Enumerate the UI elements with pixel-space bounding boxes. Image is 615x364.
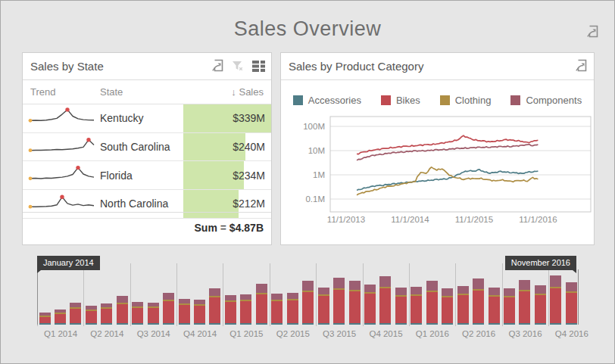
selector-axis-label: Q4 2016: [548, 329, 595, 338]
sales-by-state-panel: Sales by State Trend State ↓ Sales Kentu…: [22, 52, 272, 245]
selector-axis-label: Q1 2016: [409, 329, 456, 338]
selector-bar[interactable]: [163, 293, 174, 325]
svg-text:11/1/2014: 11/1/2014: [391, 215, 429, 224]
selector-axis-label: Q4 2014: [176, 329, 223, 338]
selector-bar[interactable]: [117, 296, 128, 325]
selector-bar[interactable]: [411, 287, 422, 325]
selector-bar[interactable]: [271, 294, 283, 325]
selector-bar[interactable]: [504, 288, 515, 325]
selector-bar-chart[interactable]: [37, 275, 579, 325]
selector-bar[interactable]: [550, 275, 561, 325]
dashboard-title-bar: Sales Overview: [1, 1, 614, 51]
spark-start-dot: [29, 148, 33, 152]
sales-value: $240M: [233, 141, 265, 153]
selector-bar[interactable]: [395, 288, 407, 325]
selector-axis-label: Q2 2015: [270, 329, 317, 338]
selector-axis-label: Q3 2016: [502, 329, 549, 338]
spark-peak-dot: [60, 195, 64, 199]
sales-by-category-panel: Sales by Product Category AccessoriesBik…: [280, 52, 595, 245]
spark-peak-dot: [65, 108, 69, 112]
svg-text:11/1/2013: 11/1/2013: [327, 215, 365, 224]
page-title: Sales Overview: [1, 17, 614, 41]
selector-bar[interactable]: [489, 288, 500, 325]
selector-bar[interactable]: [256, 284, 267, 325]
sales-cell: $240M: [183, 133, 271, 161]
sales-value: $234M: [233, 170, 265, 182]
selector-axis-label: Q3 2014: [130, 329, 177, 338]
selector-bar[interactable]: [519, 280, 530, 325]
selector-bar[interactable]: [39, 313, 51, 325]
grid-column-headers: Trend State ↓ Sales: [23, 80, 271, 104]
selector-bar[interactable]: [225, 295, 236, 325]
selector-bar[interactable]: [457, 286, 469, 325]
range-end-flag[interactable]: November 2016: [505, 256, 576, 270]
sales-sum: Sum = $4.87B: [195, 222, 264, 234]
svg-text:10M: 10M: [308, 146, 325, 155]
selector-bar[interactable]: [302, 281, 314, 325]
selector-bar[interactable]: [473, 278, 484, 325]
svg-text:0.1M: 0.1M: [305, 194, 325, 204]
selector-bar[interactable]: [287, 293, 298, 325]
dashboard: Sales Overview Sales by State Trend Stat…: [0, 0, 615, 364]
trend-sparkline: [27, 134, 97, 157]
export-icon[interactable]: [211, 59, 224, 76]
selector-bar[interactable]: [179, 299, 190, 325]
selector-bar[interactable]: [132, 302, 143, 325]
export-icon[interactable]: [585, 25, 599, 42]
selector-axis-label: Q3 2015: [316, 329, 363, 338]
sort-descending-icon: ↓: [231, 86, 236, 98]
panel-header: Sales by State: [23, 53, 271, 80]
trend-sparkline: [27, 163, 97, 185]
selector-axis-label: Q4 2015: [363, 329, 410, 338]
spark-peak-dot: [76, 166, 80, 170]
state-name: Florida: [95, 170, 183, 182]
category-line-chart: 100M10M1M0.1M11/1/201311/1/201411/1/2015…: [281, 53, 594, 244]
spark-start-dot: [29, 205, 33, 209]
trend-sparkline: [27, 191, 97, 213]
state-grid-rows: Kentucky$339MSouth Carolina$240MFlorida$…: [23, 104, 271, 219]
selector-bar[interactable]: [209, 288, 220, 325]
svg-text:100M: 100M: [303, 122, 325, 131]
range-end-handle[interactable]: [578, 269, 579, 325]
table-row[interactable]: Florida$234M: [23, 161, 271, 190]
selector-bar[interactable]: [364, 285, 376, 325]
selector-bar[interactable]: [566, 282, 577, 325]
column-header-trend[interactable]: Trend: [30, 86, 55, 98]
trend-sparkline: [27, 105, 97, 128]
selector-axis-label: Q1 2014: [37, 329, 84, 338]
selector-bar[interactable]: [148, 303, 159, 325]
selector-bar[interactable]: [86, 306, 97, 325]
column-header-state[interactable]: State: [100, 86, 123, 98]
state-name: South Carolina: [95, 141, 183, 153]
sales-value: $339M: [233, 112, 265, 124]
range-start-flag[interactable]: January 2014: [37, 256, 100, 270]
sales-cell: $339M: [183, 104, 271, 132]
selector-bar[interactable]: [318, 288, 329, 325]
selector-bar[interactable]: [101, 303, 112, 325]
selector-axis-label: Q2 2014: [83, 329, 130, 338]
state-name: Kentucky: [95, 112, 183, 124]
spark-peak-dot: [86, 138, 90, 142]
values-grid-icon[interactable]: [252, 61, 265, 75]
range-start-handle[interactable]: [37, 269, 38, 325]
sales-value: $212M: [233, 198, 265, 210]
selector-bar[interactable]: [194, 300, 205, 325]
clear-filter-icon[interactable]: [232, 60, 245, 75]
table-row[interactable]: Kentucky$339M: [23, 104, 271, 133]
grid-footer: Sum = $4.87B: [23, 212, 271, 244]
table-row[interactable]: South Carolina$240M: [23, 133, 271, 162]
selector-bar[interactable]: [55, 310, 66, 325]
selector-bar[interactable]: [349, 281, 361, 325]
selector-bar[interactable]: [70, 303, 81, 325]
selector-axis-label: Q2 2016: [455, 329, 502, 338]
sales-cell: $234M: [183, 161, 271, 189]
selector-bar[interactable]: [240, 294, 251, 325]
svg-text:1M: 1M: [313, 170, 325, 179]
selector-bar[interactable]: [426, 281, 438, 325]
svg-text:11/1/2015: 11/1/2015: [455, 215, 493, 224]
selector-bar[interactable]: [442, 288, 453, 325]
selector-bar[interactable]: [333, 278, 345, 325]
selector-bar[interactable]: [535, 285, 546, 325]
column-header-sales[interactable]: ↓ Sales: [231, 86, 264, 98]
selector-bar[interactable]: [379, 276, 391, 325]
